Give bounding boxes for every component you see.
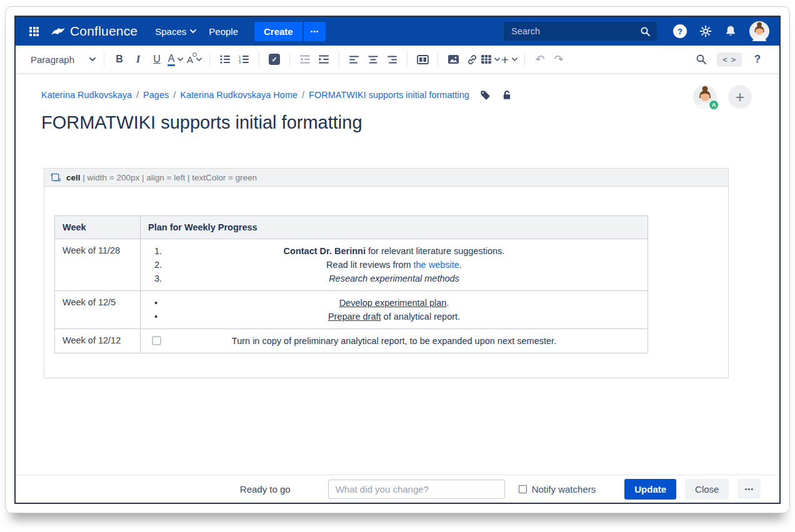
editor-footer: Ready to go Notify watchers Update Close… [16,475,779,503]
macro-header[interactable]: cell | width = 200px | align = left | te… [44,168,729,187]
plan-text: Read lit reviews from [326,260,413,270]
weekly-plan-table[interactable]: Week Plan for Weekly Progress Week of 11… [54,215,648,353]
search-input[interactable] [510,26,640,37]
confluence-window: Confluence Spaces People Create ••• ? Pa… [14,16,781,504]
paragraph-style-dropdown[interactable]: Paragraph [28,49,98,69]
cell-macro[interactable]: cell | width = 200px | align = left | te… [44,168,729,378]
global-search [504,22,657,41]
plan-text: Research experimental methods [329,273,459,283]
chevron-down-icon [196,57,202,61]
more-formatting-button[interactable]: A [185,49,204,69]
week-cell: Week of 12/12 [55,329,141,353]
breadcrumb-separator: / [173,90,176,100]
list-marker: 2. [154,258,162,272]
search-icon[interactable] [640,26,651,37]
top-navbar: Confluence Spaces People Create ••• ? [16,17,779,46]
macro-name: cell [66,173,81,182]
table-body: Week of 11/281.Contact Dr. Berinni for r… [55,239,648,353]
list-marker: 1. [154,244,162,258]
page-layout-button[interactable] [413,49,432,69]
invite-add-button[interactable]: + [728,85,752,109]
breadcrumb-link[interactable]: FORMATWIKI supports initial formatting [309,90,469,100]
indent-button[interactable] [314,49,333,69]
align-right-button[interactable] [382,49,401,69]
plan-cell: •Develop experimental plan.•Prepare draf… [141,291,648,329]
save-status: Ready to go [240,484,291,495]
plan-item: •Develop experimental plan. [146,296,642,310]
create-button[interactable]: Create [254,22,302,41]
insert-more-button[interactable]: + [500,49,519,69]
confluence-mark-icon [51,26,65,36]
align-center-button[interactable] [364,49,382,69]
nav-spaces[interactable]: Spaces [149,22,202,41]
outdent-button[interactable] [296,49,314,69]
plan-text: of analytical report. [381,312,461,322]
breadcrumb-separator: / [136,90,139,100]
chevron-down-icon [89,57,96,61]
confluence-logo[interactable]: Confluence [51,24,138,39]
insert-files-image-button[interactable] [444,49,462,69]
plan-item: 2.Read lit reviews from the website. [146,258,642,272]
notify-watchers-checkbox[interactable] [519,485,527,493]
plan-item: 3.Research experimental methods [146,272,642,285]
inline-link[interactable]: the website [414,260,459,270]
breadcrumb-link[interactable]: Katerina Rudkovskaya Home [180,90,298,100]
plan-cell: Turn in copy of preliminary analytical r… [141,329,648,353]
app-switcher-icon[interactable] [29,27,39,36]
svg-text:3: 3 [239,61,241,64]
numbered-list-button[interactable]: 123 [234,49,253,69]
page-title: FORMATWIKI supports initial formatting [41,112,754,133]
source-editor-button[interactable]: < > [717,52,742,67]
labels-tag-icon[interactable] [480,90,490,100]
update-button[interactable]: Update [624,479,676,500]
bold-button[interactable]: B [110,49,129,69]
bullet-list-button[interactable] [216,49,234,69]
plan-text: Turn in copy of preliminary analytical r… [232,336,556,346]
italic-button[interactable]: I [129,49,148,69]
plan-text: Prepare draft [328,312,381,322]
list-marker: • [154,310,158,323]
week-cell: Week of 11/28 [55,239,141,291]
footer-more-button[interactable]: ••• [738,479,761,499]
table-header-row: Week Plan for Weekly Progress [55,216,648,239]
breadcrumb-link[interactable]: Katerina Rudkovskaya [41,90,132,100]
undo-button[interactable]: ↶ [531,49,549,69]
editor-help-button[interactable]: ? [748,49,767,69]
list-marker: 3. [154,272,162,285]
editor-content: A + Katerina Rudkovskaya/Pages/Katerina … [16,74,779,475]
underline-button[interactable]: U [148,49,166,69]
find-replace-button[interactable] [692,49,711,69]
unlock-icon[interactable] [502,90,512,100]
redo-button[interactable]: ↷ [549,49,568,69]
user-avatar[interactable] [749,21,769,41]
insert-link-button[interactable] [462,49,481,69]
version-comment-input[interactable] [328,480,505,499]
help-icon[interactable]: ? [673,24,687,38]
plan-text: . [459,260,462,270]
plan-item: 1.Contact Dr. Berinni for relevant liter… [146,244,642,258]
align-left-button[interactable] [345,49,364,69]
text-color-button[interactable]: A [166,49,185,69]
insert-table-button[interactable] [481,49,500,69]
plan-text: . [446,298,449,308]
task-checkbox[interactable] [152,336,161,345]
presence-badge: A [709,100,719,110]
notify-watchers-label: Notify watchers [532,484,596,495]
task-list-button[interactable]: ✓ [265,49,284,69]
plan-text: Develop experimental plan [339,298,447,308]
list-marker: • [154,296,158,310]
nav-people[interactable]: People [202,22,244,41]
create-more-button[interactable]: ••• [304,22,326,41]
macro-params: | width = 200px | align = left | textCol… [81,173,258,182]
settings-gear-icon[interactable] [699,25,712,37]
close-button[interactable]: Close [685,479,729,500]
notifications-bell-icon[interactable] [724,25,737,37]
plan-item: Turn in copy of preliminary analytical r… [146,334,642,348]
editing-user-avatar[interactable]: A [693,85,717,109]
week-cell: Week of 12/5 [55,291,141,329]
chevron-down-icon [178,57,183,61]
plan-cell: 1.Contact Dr. Berinni for relevant liter… [141,239,648,291]
macro-body[interactable]: Week Plan for Weekly Progress Week of 11… [44,187,729,378]
breadcrumb-link[interactable]: Pages [143,90,169,100]
notify-watchers-control[interactable]: Notify watchers [519,484,596,495]
